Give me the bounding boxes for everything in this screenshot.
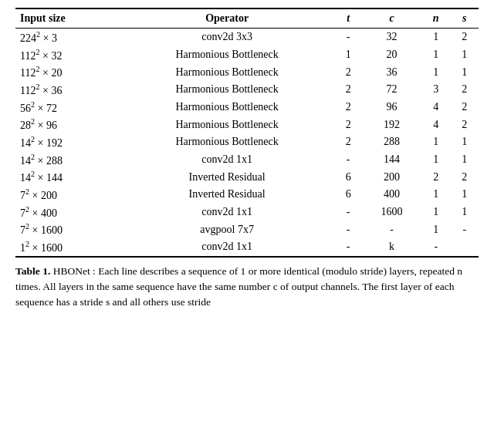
cell-t: 6 [334,186,362,204]
cell-input-size: 1122 × 36 [15,81,120,99]
cell-t: - [334,204,362,221]
cell-n: 1 [421,29,451,46]
table-row: 72 × 400conv2d 1x1-160011 [15,204,479,221]
cell-input-size: 72 × 400 [15,204,120,221]
cell-operator: Harmonious Bottleneck [120,99,334,116]
cell-n: 1 [421,46,451,64]
cell-input-size: 562 × 72 [15,99,120,116]
cell-c: 36 [362,63,421,81]
table-row: 2242 × 3conv2d 3x3-3212 [15,29,479,46]
header-operator: Operator [120,8,334,29]
cell-input-size: 72 × 200 [15,186,120,204]
cell-n: 1 [421,221,451,238]
cell-input-size: 142 × 288 [15,151,120,169]
cell-t: - [334,151,362,169]
cell-s: - [451,221,479,238]
table-caption: Table 1. HBONet : Each line describes a … [15,264,479,311]
cell-c: 1600 [362,204,421,221]
cell-input-size: 2242 × 3 [15,29,120,46]
cell-operator: conv2d 3x3 [120,29,334,46]
cell-n: 1 [421,63,451,81]
table-row: 282 × 96Harmonious Bottleneck219242 [15,116,479,133]
cell-n: 1 [421,133,451,151]
cell-operator: Harmonious Bottleneck [120,46,334,64]
cell-s: 1 [451,63,479,81]
cell-t: - [334,238,362,257]
cell-operator: conv2d 1x1 [120,204,334,221]
cell-n: 4 [421,116,451,133]
cell-s: 1 [451,133,479,151]
header-c: c [362,8,421,29]
cell-s: 1 [451,186,479,204]
table-row: 1122 × 36Harmonious Bottleneck27232 [15,81,479,99]
cell-t: 1 [334,46,362,64]
cell-input-size: 142 × 144 [15,168,120,186]
cell-c: 192 [362,116,421,133]
cell-operator: Inverted Residual [120,168,334,186]
cell-n: 2 [421,168,451,186]
cell-operator: avgpool 7x7 [120,221,334,238]
cell-s: 2 [451,81,479,99]
cell-t: 2 [334,116,362,133]
cell-c: 200 [362,168,421,186]
cell-c: 288 [362,133,421,151]
caption-label: Table 1. [15,265,50,277]
cell-c: 20 [362,46,421,64]
cell-c: 96 [362,99,421,116]
cell-n: 3 [421,81,451,99]
cell-t: 6 [334,168,362,186]
cell-input-size: 282 × 96 [15,116,120,133]
cell-c: 400 [362,186,421,204]
header-n: n [421,8,451,29]
cell-s: 2 [451,99,479,116]
cell-t: 2 [334,99,362,116]
cell-input-size: 1122 × 32 [15,46,120,64]
cell-operator: Harmonious Bottleneck [120,133,334,151]
table-row: 1122 × 20Harmonious Bottleneck23611 [15,63,479,81]
cell-operator: conv2d 1x1 [120,238,334,257]
cell-operator: Inverted Residual [120,186,334,204]
cell-input-size: 142 × 192 [15,133,120,151]
cell-t: - [334,29,362,46]
cell-s: 2 [451,116,479,133]
cell-s [451,238,479,257]
cell-operator: Harmonious Bottleneck [120,63,334,81]
cell-t: 2 [334,63,362,81]
cell-operator: Harmonious Bottleneck [120,81,334,99]
header-t: t [334,8,362,29]
cell-n: 1 [421,186,451,204]
table-row: 142 × 288conv2d 1x1-14411 [15,151,479,169]
table-row: 12 × 1600conv2d 1x1-k- [15,238,479,257]
cell-t: 2 [334,133,362,151]
cell-s: 1 [451,151,479,169]
cell-c: 72 [362,81,421,99]
cell-operator: Harmonious Bottleneck [120,116,334,133]
cell-c: 32 [362,29,421,46]
cell-n: - [421,238,451,257]
cell-input-size: 12 × 1600 [15,238,120,257]
table-header-row: Input size Operator t c n s [15,8,479,29]
header-s: s [451,8,479,29]
cell-t: - [334,221,362,238]
header-input-size: Input size [15,8,120,29]
cell-c: 144 [362,151,421,169]
table-row: 1122 × 32Harmonious Bottleneck12011 [15,46,479,64]
data-table: Input size Operator t c n s 2242 × 3conv… [15,8,479,258]
table-row: 142 × 144Inverted Residual620022 [15,168,479,186]
cell-input-size: 72 × 1600 [15,221,120,238]
cell-s: 2 [451,168,479,186]
cell-operator: conv2d 1x1 [120,151,334,169]
cell-s: 1 [451,46,479,64]
cell-s: 1 [451,204,479,221]
cell-n: 1 [421,204,451,221]
cell-c: - [362,221,421,238]
cell-n: 1 [421,151,451,169]
caption-text: HBONet : Each line describes a sequence … [15,265,462,308]
table-row: 142 × 192Harmonious Bottleneck228811 [15,133,479,151]
cell-input-size: 1122 × 20 [15,63,120,81]
table-row: 72 × 200Inverted Residual640011 [15,186,479,204]
cell-t: 2 [334,81,362,99]
cell-s: 2 [451,29,479,46]
cell-c: k [362,238,421,257]
table-wrapper: Input size Operator t c n s 2242 × 3conv… [15,8,479,310]
